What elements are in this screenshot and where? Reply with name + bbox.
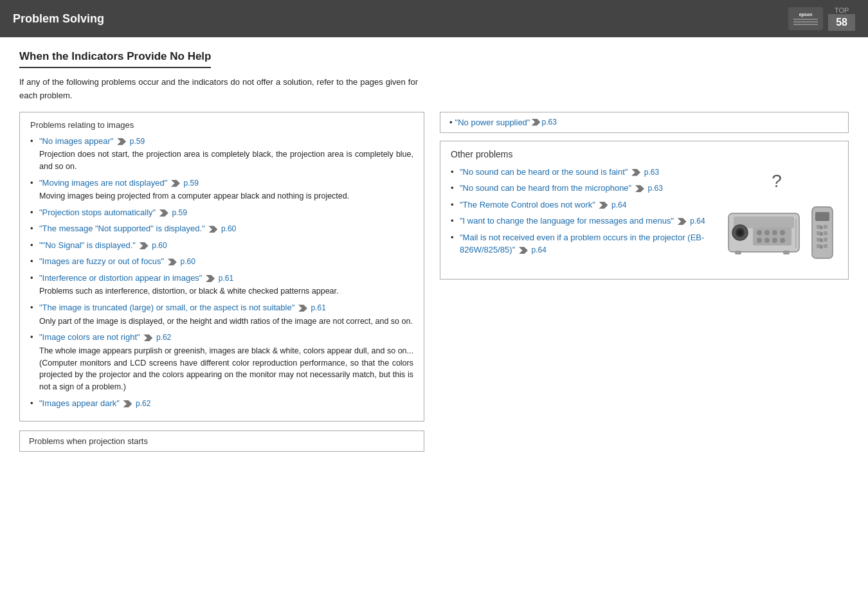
svg-point-17 <box>772 238 777 243</box>
left-column: Problems relating to images "No images a… <box>19 112 424 452</box>
list-item: "The message "Not supported" is displaye… <box>30 222 413 235</box>
no-sound-faint-ref[interactable]: p.63 <box>644 168 659 177</box>
fuzzy-ref[interactable]: p.60 <box>180 257 195 266</box>
book-icon <box>171 180 180 187</box>
svg-point-9 <box>737 230 743 235</box>
remote-ref[interactable]: p.64 <box>611 200 626 209</box>
svg-rect-33 <box>817 238 820 242</box>
list-item: "Images appear dark" p.62 <box>30 397 413 410</box>
dark-link[interactable]: "Images appear dark" <box>39 398 120 408</box>
svg-rect-36 <box>824 244 827 248</box>
page-number: 58 <box>828 14 855 31</box>
svg-text:epson: epson <box>799 12 813 17</box>
list-item: "Image colors are not right" p.62 The wh… <box>30 331 413 393</box>
truncated-link[interactable]: "The image is truncated (large) or small… <box>39 303 294 312</box>
svg-rect-31 <box>817 231 820 235</box>
page-number-container: TOP 58 <box>828 6 855 31</box>
main-content: When the Indicators Provide No Help If a… <box>0 37 868 465</box>
list-item: "I want to change the language for messa… <box>451 215 714 227</box>
header-right: epson TOP 58 <box>788 6 855 31</box>
projector-svg <box>722 194 838 271</box>
list-item: "Mail is not received even if a problem … <box>451 231 714 256</box>
no-images-link[interactable]: "No images appear" <box>39 136 113 146</box>
svg-point-13 <box>772 230 777 235</box>
moving-images-ref[interactable]: p.59 <box>184 179 199 188</box>
no-signal-ref[interactable]: p.60 <box>152 241 167 250</box>
page-header: Problem Solving epson TOP 58 <box>0 0 868 37</box>
svg-point-15 <box>757 238 762 243</box>
remote-link[interactable]: "The Remote Control does not work" <box>460 200 595 209</box>
svg-rect-22 <box>783 251 790 254</box>
power-link[interactable]: "No power supplied" <box>455 118 530 127</box>
problems-images-title: Problems relating to images <box>30 120 413 130</box>
language-ref[interactable]: p.64 <box>690 217 705 226</box>
svg-rect-30 <box>824 225 827 229</box>
power-supplied-box: • "No power supplied" p.63 <box>440 112 849 133</box>
fuzzy-link[interactable]: "Images are fuzzy or out of focus" <box>39 256 164 266</box>
no-sound-faint-link[interactable]: "No sound can be heard or the sound is f… <box>460 167 628 177</box>
svg-rect-34 <box>824 238 827 242</box>
list-item: "Interference or distortion appear in im… <box>30 272 413 298</box>
book-icon <box>519 247 528 254</box>
no-images-ref[interactable]: p.59 <box>130 137 145 146</box>
book-icon <box>298 305 307 312</box>
book-icon <box>117 138 126 145</box>
problems-images-box: Problems relating to images "No images a… <box>19 112 424 422</box>
list-item: ""No Signal" is displayed." p.60 <box>30 239 413 252</box>
projection-stops-link[interactable]: "Projection stops automatically" <box>39 208 156 217</box>
book-icon <box>143 334 152 341</box>
problems-projection-title: Problems when projection starts <box>29 436 415 446</box>
other-problems-list: "No sound can be heard or the sound is f… <box>451 166 714 260</box>
list-item: "No sound can be heard or the sound is f… <box>451 166 714 179</box>
epson-logo: epson <box>788 7 823 30</box>
power-ref[interactable]: p.63 <box>541 118 556 127</box>
language-link[interactable]: "I want to change the language for messa… <box>460 216 674 226</box>
svg-point-11 <box>757 230 762 235</box>
not-supported-ref[interactable]: p.60 <box>221 224 236 233</box>
svg-point-14 <box>780 230 785 235</box>
truncated-ref[interactable]: p.61 <box>311 303 326 312</box>
colors-ref[interactable]: p.62 <box>156 333 171 342</box>
no-signal-link[interactable]: ""No Signal" is displayed." <box>39 240 136 250</box>
book-icon <box>208 226 217 233</box>
book-icon <box>631 169 640 176</box>
list-item: "Projection stops automatically" p.59 <box>30 206 413 219</box>
no-sound-micro-link[interactable]: "No sound can be heard from the micropho… <box>460 183 631 193</box>
truncated-detail: Only part of the image is displayed, or … <box>39 315 413 328</box>
page-title: Problem Solving <box>13 12 104 26</box>
svg-rect-4 <box>793 24 818 25</box>
book-icon <box>168 258 177 265</box>
svg-point-12 <box>764 230 770 235</box>
mail-link[interactable]: "Mail is not received even if a problem … <box>460 233 704 255</box>
svg-rect-29 <box>817 225 820 229</box>
projection-stops-ref[interactable]: p.59 <box>172 208 186 217</box>
colors-link[interactable]: "Image colors are not right" <box>39 332 140 342</box>
svg-rect-3 <box>793 21 818 22</box>
list-item: "No images appear" p.59 Projection does … <box>30 135 413 173</box>
intro-paragraph: If any of the following problems occur a… <box>19 76 418 103</box>
moving-images-detail: Moving images being projected from a com… <box>39 190 413 202</box>
book-icon <box>678 218 687 225</box>
list-item: "No sound can be heard from the micropho… <box>451 182 714 195</box>
svg-point-16 <box>764 238 770 243</box>
right-column: • "No power supplied" p.63 Other problem… <box>440 112 849 280</box>
interference-link[interactable]: "Interference or distortion appear in im… <box>39 273 202 283</box>
interference-ref[interactable]: p.61 <box>219 274 233 283</box>
moving-images-link[interactable]: "Moving images are not displayed" <box>39 178 167 188</box>
mail-ref[interactable]: p.64 <box>532 245 547 254</box>
problems-projection-box: Problems when projection starts <box>19 431 424 452</box>
list-item: "Moving images are not displayed" p.59 M… <box>30 177 413 202</box>
svg-rect-21 <box>735 251 741 254</box>
list-item: "Images are fuzzy or out of focus" p.60 <box>30 255 413 268</box>
book-icon-power <box>531 119 540 126</box>
top-label: TOP <box>828 6 855 14</box>
book-icon <box>159 209 168 217</box>
svg-rect-32 <box>824 231 827 235</box>
not-supported-link[interactable]: "The message "Not supported" is displaye… <box>39 224 205 233</box>
dark-ref[interactable]: p.62 <box>136 399 150 408</box>
svg-rect-35 <box>817 244 820 248</box>
interference-detail: Problems such as interference, distortio… <box>39 285 413 298</box>
no-sound-micro-ref[interactable]: p.63 <box>647 184 662 193</box>
book-icon <box>123 400 132 407</box>
projector-illustration: ? <box>722 171 838 271</box>
